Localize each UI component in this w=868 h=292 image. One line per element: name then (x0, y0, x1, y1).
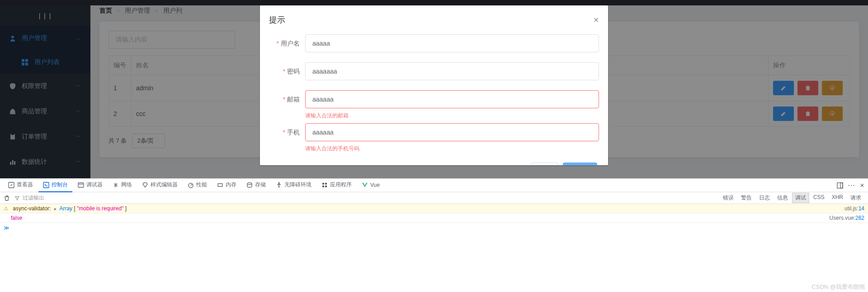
storage-icon (246, 182, 253, 188)
inspector-icon (8, 182, 14, 188)
memory-icon (217, 182, 223, 188)
devtools-more-icon[interactable]: ⋯ (848, 181, 855, 190)
form-row-password: *密码 (269, 62, 599, 80)
source-link[interactable]: Users.vue:262 (830, 215, 864, 221)
level-warn[interactable]: 警告 (738, 193, 755, 203)
form-row-mobile: *手机 (269, 123, 599, 141)
tab-label: 应用程序 (330, 181, 352, 189)
level-error[interactable]: 错误 (720, 193, 737, 203)
tab-network[interactable]: 网络 (108, 179, 137, 192)
source-link[interactable]: util.js:14 (844, 205, 864, 212)
level-css[interactable]: CSS (810, 193, 828, 203)
tab-label: 查看器 (17, 181, 33, 189)
username-field[interactable] (305, 34, 599, 52)
cancel-button-peek[interactable] (531, 162, 558, 165)
close-icon[interactable]: ✕ (593, 16, 599, 24)
devtools-dock-icon[interactable] (837, 182, 843, 189)
mobile-field[interactable] (305, 123, 599, 141)
tab-label: 无障碍环境 (284, 181, 311, 189)
trash-icon[interactable] (4, 195, 10, 201)
warn-prefix: async-validator: (13, 205, 51, 212)
log-msg: false (11, 215, 22, 221)
label-username: *用户名 (269, 34, 305, 52)
tab-memory[interactable]: 内存 (212, 179, 241, 192)
svg-rect-23 (840, 183, 843, 188)
devtools-close-icon[interactable]: ✕ (860, 182, 864, 189)
tab-label: 内存 (226, 181, 236, 189)
filter-input[interactable]: 过滤输出 (14, 194, 44, 202)
perf-icon (188, 182, 194, 188)
warn-msg: "mobile is required" (77, 205, 123, 212)
confirm-button-peek[interactable] (563, 162, 597, 165)
vue-icon (362, 182, 368, 188)
tab-label: 网络 (121, 181, 132, 189)
network-icon (113, 182, 119, 188)
svg-rect-18 (322, 183, 324, 185)
svg-rect-21 (325, 185, 327, 187)
tab-perf[interactable]: 性能 (183, 179, 212, 192)
a11y-icon (276, 182, 282, 188)
label-password: *密码 (269, 62, 305, 80)
label-email: *邮箱 (269, 90, 305, 108)
tab-label: 样式编辑器 (151, 181, 178, 189)
filter-placeholder: 过滤输出 (23, 194, 44, 202)
dialog: 提示 ✕ *用户名 *密码 *邮箱 请输入合法的邮箱 *手机 请输入合法的手机号… (260, 5, 608, 165)
level-xhr[interactable]: XHR (829, 193, 846, 203)
level-info[interactable]: 信息 (774, 193, 791, 203)
svg-rect-19 (325, 183, 327, 185)
svg-rect-22 (837, 183, 843, 188)
array-keyword: Array (59, 205, 72, 212)
email-field[interactable] (305, 90, 599, 108)
tab-inspector[interactable]: 查看器 (4, 179, 38, 192)
password-field[interactable] (305, 62, 599, 80)
tab-console[interactable]: 控制台 (38, 179, 72, 192)
email-error: 请输入合法的邮箱 (269, 110, 599, 123)
style-icon (142, 182, 148, 188)
svg-point-17 (278, 182, 280, 184)
svg-rect-15 (218, 184, 222, 186)
console-output: ⚠ async-validator: ▸ Array [ "mobile is … (0, 204, 868, 233)
expand-icon[interactable]: ▸ (54, 206, 57, 211)
devtools: 查看器 控制台 调试器 网络 样式编辑器 性能 内存 存储 (0, 178, 868, 292)
dialog-header: 提示 ✕ (260, 5, 608, 30)
console-line-warn[interactable]: ⚠ async-validator: ▸ Array [ "mobile is … (0, 204, 868, 213)
svg-rect-20 (322, 185, 324, 187)
label-mobile: *手机 (269, 123, 305, 141)
tab-label: 存储 (255, 181, 266, 189)
console-icon (43, 182, 49, 188)
tab-a11y[interactable]: 无障碍环境 (271, 179, 316, 192)
tab-label: 性能 (196, 181, 207, 189)
debugger-icon (78, 182, 84, 188)
apps-icon (321, 182, 328, 188)
console-prompt[interactable]: ≫ (0, 223, 868, 233)
tab-debugger[interactable]: 调试器 (73, 179, 107, 192)
watermark: CSDN @我爱布朗熊 (811, 283, 865, 291)
tab-apps[interactable]: 应用程序 (317, 179, 356, 192)
svg-rect-12 (43, 182, 49, 188)
form-row-email: *邮箱 (269, 90, 599, 108)
mobile-error: 请输入合法的手机号码 (269, 143, 599, 156)
svg-point-16 (247, 183, 252, 185)
svg-rect-13 (78, 183, 84, 187)
devtools-filter-bar: 过滤输出 错误 警告 日志 信息 调试 CSS XHR 请求 (0, 192, 868, 204)
tab-storage[interactable]: 存储 (242, 179, 270, 192)
devtools-tabs: 查看器 控制台 调试器 网络 样式编辑器 性能 内存 存储 (0, 179, 868, 192)
tab-label: 调试器 (86, 181, 103, 189)
level-log[interactable]: 日志 (756, 193, 773, 203)
tab-label: Vue (370, 182, 380, 188)
tab-vue[interactable]: Vue (357, 179, 384, 192)
level-debug[interactable]: 调试 (792, 193, 809, 203)
console-line-log[interactable]: false Users.vue:262 (0, 213, 868, 223)
dialog-title: 提示 (269, 14, 285, 25)
level-req[interactable]: 请求 (847, 193, 864, 203)
tab-label: 控制台 (52, 181, 68, 189)
tab-style[interactable]: 样式编辑器 (137, 179, 182, 192)
warn-icon: ⚠ (4, 205, 9, 212)
dialog-body: *用户名 *密码 *邮箱 请输入合法的邮箱 *手机 请输入合法的手机号码 (260, 30, 608, 165)
form-row-username: *用户名 (269, 34, 599, 52)
log-levels: 错误 警告 日志 信息 调试 CSS XHR 请求 (720, 193, 864, 203)
